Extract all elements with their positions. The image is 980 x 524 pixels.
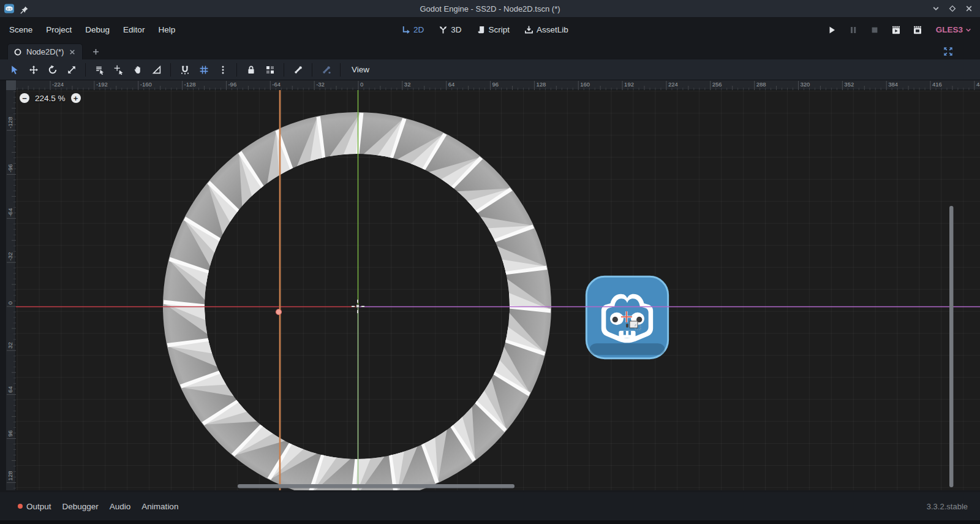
- ruler-label: 160: [580, 81, 590, 88]
- rotate-tool-button[interactable]: [43, 62, 62, 78]
- expand-viewport-icon[interactable]: [942, 45, 954, 58]
- smart-snap-tool-button[interactable]: [175, 62, 194, 78]
- workspace-label: 2D: [413, 25, 424, 34]
- toolbar-separator: [236, 63, 237, 77]
- bottom-panel-animation[interactable]: Animation: [136, 499, 184, 514]
- ruler-label: -32: [316, 81, 325, 88]
- scale-icon: [67, 65, 77, 75]
- ruler-icon: [152, 65, 162, 75]
- cursor-arrow-icon: [10, 65, 20, 75]
- menu-debug[interactable]: Debug: [78, 22, 116, 37]
- play-custom-scene-button[interactable]: [912, 25, 923, 35]
- ruler-label: 32: [7, 342, 13, 349]
- ruler-label: 128: [7, 471, 13, 481]
- measure-tool-button[interactable]: [147, 62, 166, 78]
- workspace-switcher: 2D3DScriptAssetLib: [397, 18, 573, 42]
- bottom-panel-audio[interactable]: Audio: [104, 499, 137, 514]
- scene-tab-bar: Node2D(*): [0, 42, 980, 59]
- snap-options-tool-button[interactable]: [213, 62, 232, 78]
- workspace-2d-button[interactable]: 2D: [397, 23, 428, 37]
- bone-tool-button[interactable]: [288, 62, 307, 78]
- play-icon: [827, 25, 837, 35]
- 3d-icon: [439, 25, 448, 34]
- workspace-script-button[interactable]: Script: [472, 23, 514, 37]
- renderer-dropdown[interactable]: GLES3: [936, 25, 973, 34]
- ruler-label: 0: [360, 81, 363, 88]
- play-button[interactable]: [826, 25, 837, 35]
- ruler-label: 64: [448, 81, 455, 88]
- bottom-panel-debugger[interactable]: Debugger: [57, 499, 104, 514]
- bottom-panel-label: Audio: [110, 502, 131, 511]
- bottom-panel-bar: OutputDebuggerAudioAnimation 3.3.2.stabl…: [0, 492, 980, 520]
- move-tool-button[interactable]: [24, 62, 43, 78]
- scene-tab-node2d[interactable]: Node2D(*): [7, 44, 83, 59]
- workspace-label: AssetLib: [537, 25, 568, 34]
- menu-bar: SceneProjectDebugEditorHelp 2D3DScriptAs…: [0, 18, 980, 42]
- menu-project[interactable]: Project: [39, 22, 78, 37]
- bone-icon: [293, 65, 303, 75]
- playback-cluster: GLES3: [826, 18, 973, 42]
- ruler-label: 224: [668, 81, 678, 88]
- tab-close-icon[interactable]: [68, 48, 77, 56]
- pause-button[interactable]: [848, 25, 859, 35]
- toolbar-separator: [170, 63, 171, 77]
- zoom-out-button[interactable]: −: [20, 93, 29, 103]
- menu-editor[interactable]: Editor: [116, 22, 151, 37]
- new-tab-button[interactable]: [89, 45, 102, 58]
- version-label: 3.3.2.stable: [927, 502, 968, 511]
- ruler-horizontal[interactable]: -224-192-160-128-96-64-32032649612816019…: [16, 80, 980, 90]
- grid-snap-tool-button[interactable]: [194, 62, 213, 78]
- vertex-handle[interactable]: [276, 309, 282, 315]
- ruler-label: 288: [756, 81, 766, 88]
- workspace-label: Script: [489, 25, 510, 34]
- view-menu-button[interactable]: View: [345, 63, 376, 77]
- menu-help[interactable]: Help: [151, 22, 182, 37]
- rotate-icon: [48, 65, 58, 75]
- title-bar[interactable]: Godot Engine - SS2D - Node2D.tscn (*): [0, 0, 980, 18]
- list-select-tool-button[interactable]: [90, 62, 109, 78]
- bottom-panel-label: Animation: [141, 502, 178, 511]
- pause-icon: [848, 25, 858, 35]
- stop-button[interactable]: [869, 25, 880, 35]
- zoom-in-button[interactable]: +: [71, 93, 81, 103]
- close-icon[interactable]: [964, 4, 974, 13]
- ruler-label: 416: [932, 81, 942, 88]
- pivot-icon: [114, 65, 124, 75]
- lock-tool-button[interactable]: [241, 62, 260, 78]
- ruler-corner: [6, 80, 16, 90]
- play-scene-button[interactable]: [891, 25, 902, 35]
- ruler-label: 128: [536, 81, 546, 88]
- select-tool-button[interactable]: [5, 62, 24, 78]
- ruler-label: -160: [140, 81, 152, 88]
- 2d-icon: [401, 25, 410, 34]
- smart-snap-icon: [180, 65, 190, 75]
- bottom-panel-output[interactable]: Output: [12, 499, 57, 514]
- ruler-label: 96: [7, 430, 13, 437]
- scale-tool-button[interactable]: [62, 62, 81, 78]
- viewport-canvas[interactable]: [16, 90, 980, 490]
- menu-scene[interactable]: Scene: [2, 22, 39, 37]
- toolbar-separator: [85, 63, 86, 77]
- script-icon: [477, 25, 486, 34]
- ruler-label: 64: [7, 386, 13, 393]
- horizontal-scrollbar[interactable]: [238, 484, 514, 488]
- group-icon: [265, 65, 275, 75]
- bottom-panel-label: Debugger: [62, 502, 99, 511]
- edit-pivot-tool-button[interactable]: [109, 62, 128, 78]
- group-tool-button[interactable]: [260, 62, 279, 78]
- pan-tool-button[interactable]: [128, 62, 147, 78]
- ruler-label: -192: [96, 81, 108, 88]
- skeleton-options-tool-button[interactable]: [317, 62, 336, 78]
- ruler-label: 96: [492, 81, 499, 88]
- ruler-label: 192: [624, 81, 634, 88]
- minimize-icon[interactable]: [931, 4, 941, 13]
- ruler-label: 32: [404, 81, 411, 88]
- ruler-label: -224: [52, 81, 64, 88]
- ruler-label: -64: [7, 208, 13, 217]
- ruler-label: 320: [800, 81, 810, 88]
- vertical-scrollbar[interactable]: [949, 206, 954, 487]
- workspace-3d-button[interactable]: 3D: [434, 23, 466, 37]
- workspace-assetlib-button[interactable]: AssetLib: [520, 23, 573, 37]
- ruler-vertical[interactable]: -128-96-64-320326496128: [6, 90, 16, 490]
- maximize-icon[interactable]: [948, 4, 957, 13]
